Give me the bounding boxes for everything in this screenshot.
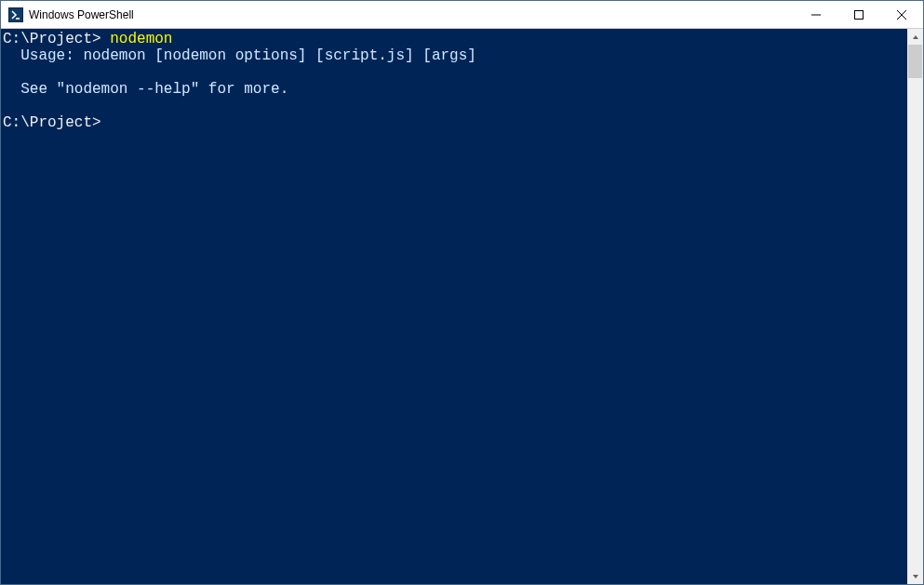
output-text: Usage: nodemon [nodemon options] [script…	[3, 47, 476, 64]
svg-rect-0	[855, 10, 864, 19]
terminal-line: C:\Project> nodemon	[1, 31, 907, 47]
close-button[interactable]	[880, 1, 923, 28]
titlebar[interactable]: Windows PowerShell	[1, 1, 923, 29]
vertical-scrollbar[interactable]	[907, 29, 923, 584]
terminal-line	[1, 98, 907, 114]
powershell-icon	[8, 7, 23, 22]
terminal-output[interactable]: C:\Project> nodemon Usage: nodemon [node…	[1, 29, 907, 584]
scroll-thumb[interactable]	[908, 45, 922, 78]
terminal-line: Usage: nodemon [nodemon options] [script…	[1, 47, 907, 64]
prompt: C:\Project>	[3, 31, 101, 47]
window-title: Windows PowerShell	[29, 7, 134, 21]
scroll-down-button[interactable]	[907, 568, 923, 584]
scroll-up-button[interactable]	[907, 29, 923, 45]
powershell-window: Windows PowerShell C:\Project> nodemon U…	[0, 0, 924, 585]
terminal-line: C:\Project>	[1, 114, 907, 131]
minimize-button[interactable]	[795, 1, 837, 28]
prompt: C:\Project>	[3, 114, 101, 131]
client-area: C:\Project> nodemon Usage: nodemon [node…	[1, 29, 923, 584]
command: nodemon	[110, 31, 172, 47]
output-text: See "nodemon --help" for more.	[3, 81, 288, 98]
window-controls	[795, 1, 923, 28]
terminal-line	[1, 64, 907, 81]
terminal-line: See "nodemon --help" for more.	[1, 81, 907, 98]
maximize-button[interactable]	[837, 1, 880, 28]
